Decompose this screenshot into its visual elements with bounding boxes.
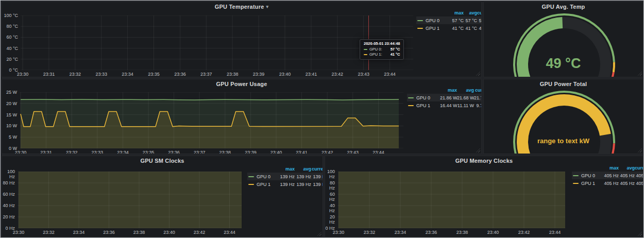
y-axis-tick-label: 10 W bbox=[2, 123, 17, 128]
x-axis-tick-label: 23:44 bbox=[221, 230, 239, 235]
legend-stat-current: 41 °C bbox=[477, 26, 482, 31]
legend-stat-max: 57 °C bbox=[450, 18, 464, 23]
legend-header-row: maxavgcurrent bbox=[416, 9, 482, 16]
panel-title-text: GPU Memory Clocks bbox=[455, 158, 513, 164]
legend-stat-current: 139 Hz bbox=[311, 182, 323, 187]
series-toggle-label[interactable]: GPU 1 bbox=[416, 103, 430, 108]
x-axis-tick-label: 23:42 bbox=[318, 150, 336, 154]
y-axis-tick-label: 100 Hz bbox=[2, 169, 15, 179]
panel-title-text: GPU Power Usage bbox=[216, 81, 267, 87]
panel-gpu-power-usage: GPU Power Usage 25 W20 W15 W10 W5 W0 W23… bbox=[2, 79, 482, 154]
series-toggle-label[interactable]: GPU 0 bbox=[426, 18, 439, 23]
panel-gpu-sm-clocks: GPU SM Clocks 100 Hz80 Hz60 Hz40 Hz20 Hz… bbox=[2, 156, 323, 237]
legend-header-avg[interactable]: avg bbox=[464, 10, 477, 15]
legend-header-current[interactable]: current bbox=[474, 88, 482, 93]
legend-stat-avg: 405 Hz bbox=[619, 173, 635, 178]
y-axis-tick-label: 20 Hz bbox=[2, 214, 15, 219]
legend-stat-avg: 21.68 W bbox=[457, 95, 474, 100]
x-axis-tick-label: 23:32 bbox=[62, 150, 81, 154]
panel-title-gpu-temperature[interactable]: GPU Temperature▾ bbox=[2, 4, 481, 10]
chart-plot-area[interactable] bbox=[21, 15, 413, 70]
legend-header-max[interactable]: max bbox=[603, 165, 619, 171]
series-area-fill bbox=[338, 172, 565, 228]
legend-stat-avg: 11.11 W bbox=[457, 103, 474, 108]
legend-header-max[interactable]: max bbox=[440, 88, 457, 93]
legend-series-row: GPU 057 °C57 °C57 °C bbox=[416, 16, 482, 24]
y-axis-tick-label: 40 °C bbox=[2, 46, 18, 51]
panel-resize-handle[interactable] bbox=[638, 232, 642, 236]
x-axis-tick-label: 23:36 bbox=[422, 230, 440, 235]
panel-title-gpu-avg-temp[interactable]: GPU Avg. Temp bbox=[484, 4, 643, 10]
x-axis-tick-label: 23:30 bbox=[9, 230, 28, 235]
legend-header-current[interactable]: current bbox=[311, 166, 323, 172]
panel-gpu-power-total: GPU Power Total range to text kW bbox=[483, 79, 643, 154]
panel-resize-handle[interactable] bbox=[317, 232, 321, 236]
series-toggle-label[interactable]: GPU 0 bbox=[581, 173, 595, 178]
chart-plot-area[interactable] bbox=[20, 92, 403, 148]
series-color-dash bbox=[408, 105, 414, 106]
x-axis-tick-label: 23:38 bbox=[223, 72, 242, 77]
chart-gridlines bbox=[21, 15, 413, 70]
series-toggle-label[interactable]: GPU 0 bbox=[416, 95, 430, 100]
y-axis-tick-label: 100 Hz bbox=[325, 169, 335, 179]
series-color-dash bbox=[364, 54, 367, 55]
x-axis-tick-label: 23:40 bbox=[276, 72, 294, 77]
y-axis-tick-label: 80 Hz bbox=[2, 180, 15, 185]
panel-title-text: GPU Temperature bbox=[215, 4, 264, 10]
legend-stat-current: 139 Hz bbox=[311, 174, 323, 179]
legend-header-avg[interactable]: avg bbox=[619, 165, 635, 171]
panel-title-gpu-sm-clocks[interactable]: GPU SM Clocks bbox=[2, 158, 323, 164]
legend-header-current[interactable]: current bbox=[635, 165, 643, 171]
x-axis-tick-label: 23:31 bbox=[40, 72, 58, 77]
series-toggle-label[interactable]: GPU 0 bbox=[257, 174, 270, 179]
panel-title-gpu-power-total[interactable]: GPU Power Total bbox=[484, 81, 643, 87]
panel-resize-handle[interactable] bbox=[476, 72, 480, 76]
tooltip-series-name: GPU 0: bbox=[369, 47, 382, 52]
x-axis-tick-label: 23:30 bbox=[329, 230, 348, 235]
legend-header-max[interactable]: max bbox=[450, 10, 464, 15]
y-axis-tick-label: 80 °C bbox=[2, 24, 18, 29]
x-axis-tick-label: 23:37 bbox=[190, 150, 209, 154]
x-axis-tick-label: 23:44 bbox=[369, 150, 387, 154]
legend-stat-current: 9.79 W bbox=[474, 103, 482, 108]
legend-header-current[interactable]: current bbox=[477, 10, 482, 15]
x-axis-tick-label: 23:42 bbox=[328, 72, 347, 77]
series-toggle-label[interactable]: GPU 1 bbox=[426, 26, 439, 31]
x-axis-tick-label: 23:30 bbox=[13, 72, 32, 77]
x-axis-tick-label: 23:38 bbox=[216, 150, 234, 154]
series-toggle-label[interactable]: GPU 1 bbox=[581, 181, 595, 186]
x-axis-tick-label: 23:37 bbox=[197, 72, 215, 77]
x-axis-tick-label: 23:43 bbox=[344, 150, 362, 154]
legend-stat-max: 405 Hz bbox=[603, 173, 619, 178]
y-axis-tick-label: 40 Hz bbox=[2, 203, 15, 208]
legend-header-row: maxavgcurrent bbox=[407, 86, 482, 94]
y-axis-tick-label: 60 Hz bbox=[325, 192, 335, 202]
legend-header-avg[interactable]: avg bbox=[295, 166, 311, 172]
legend-stat-max: 16.44 W bbox=[440, 103, 457, 108]
legend-stat-avg: 57 °C bbox=[464, 18, 477, 23]
legend-header-max[interactable]: max bbox=[278, 166, 295, 172]
chart-plot-area[interactable] bbox=[337, 172, 565, 228]
panel-title-gpu-memory-clocks[interactable]: GPU Memory Clocks bbox=[325, 158, 643, 164]
legend-header-avg[interactable]: avg bbox=[457, 88, 474, 93]
x-axis-tick-label: 23:40 bbox=[267, 150, 285, 154]
x-axis-tick-label: 23:32 bbox=[66, 72, 84, 77]
x-axis-tick-label: 23:38 bbox=[453, 230, 471, 235]
x-axis-tick-label: 23:44 bbox=[381, 72, 399, 77]
x-axis-tick-label: 23:38 bbox=[130, 230, 148, 235]
x-axis-tick-label: 23:41 bbox=[293, 150, 311, 154]
legend-table: maxavgcurrentGPU 0405 Hz405 Hz405 HzGPU … bbox=[572, 164, 643, 187]
panel-title-gpu-power-usage[interactable]: GPU Power Usage bbox=[2, 81, 481, 87]
series-toggle-label[interactable]: GPU 1 bbox=[257, 182, 270, 187]
y-axis-tick-label: 25 W bbox=[2, 90, 17, 95]
y-axis-tick-label: 80 Hz bbox=[325, 180, 335, 191]
legend-stat-current: 405 Hz bbox=[635, 181, 643, 186]
legend-stat-avg: 139 Hz bbox=[295, 182, 311, 187]
series-area-fill bbox=[19, 172, 242, 228]
gauge-value-arc bbox=[522, 100, 605, 154]
panel-resize-handle[interactable] bbox=[476, 148, 480, 152]
x-axis-tick-label: 23:44 bbox=[546, 230, 564, 235]
series-color-dash bbox=[417, 28, 423, 29]
chart-plot-area[interactable] bbox=[18, 172, 242, 228]
x-axis-tick-label: 23:36 bbox=[165, 150, 183, 154]
